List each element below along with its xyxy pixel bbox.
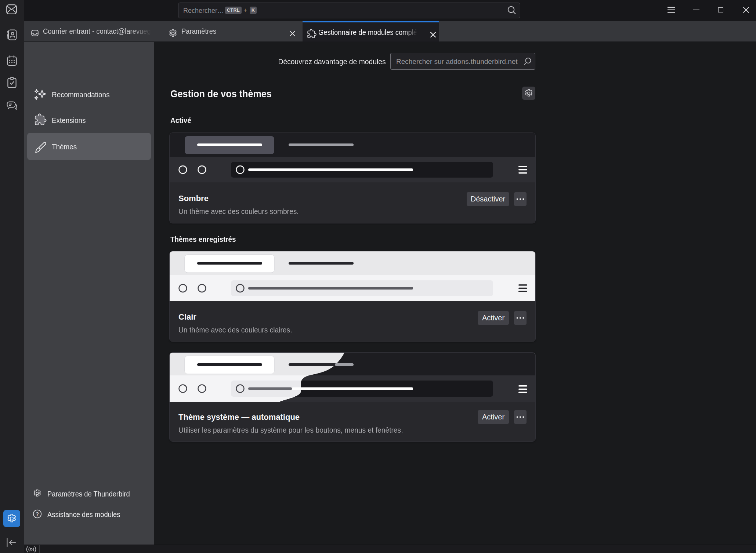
svg-text:?: ?	[36, 511, 39, 517]
